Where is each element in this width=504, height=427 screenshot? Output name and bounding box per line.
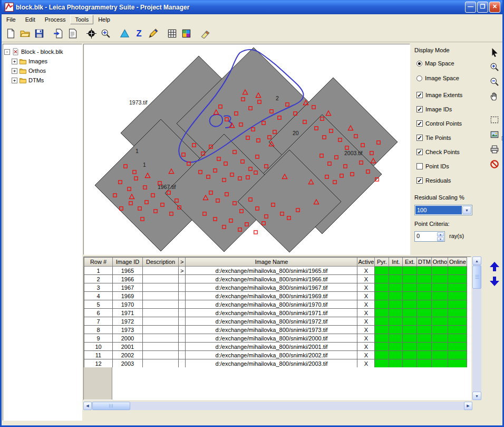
description-cell[interactable] <box>143 326 179 334</box>
image-name-cell[interactable]: d:/exchange/mihailovka_800/snimki/2000.t… <box>186 334 357 343</box>
column-header-int-[interactable]: Int. <box>389 258 403 267</box>
image-id-cell[interactable]: 1971 <box>113 309 143 317</box>
image-name-cell[interactable]: d:/exchange/mihailovka_800/snimki/1973.t… <box>186 326 357 334</box>
status-cell-online[interactable] <box>448 326 467 334</box>
description-cell[interactable] <box>143 267 179 275</box>
status-cell-ext[interactable] <box>403 351 417 359</box>
status-cell-ext[interactable] <box>403 283 417 292</box>
zoom-out-icon[interactable] <box>487 74 501 89</box>
status-cell-dtm[interactable] <box>417 334 432 343</box>
status-cell-dtm[interactable] <box>417 267 432 275</box>
minimize-button[interactable]: — <box>465 2 476 13</box>
image-name-cell[interactable]: d:/exchange/mihailovka_800/snimki/2002.t… <box>186 351 357 359</box>
zoom-in-icon[interactable] <box>487 60 501 74</box>
zoom-selection-icon[interactable] <box>99 26 113 41</box>
active-cell[interactable]: X <box>357 343 375 351</box>
menu-item-edit[interactable]: Edit <box>21 15 40 24</box>
dtm-grid-icon[interactable] <box>165 26 179 41</box>
row-number-cell[interactable]: 1 <box>84 267 113 275</box>
status-cell-online[interactable] <box>448 283 467 292</box>
status-cell-online[interactable] <box>448 275 467 283</box>
status-cell-ortho[interactable] <box>432 267 448 275</box>
checkbox[interactable]: ✓ <box>416 120 423 127</box>
block-map-canvas[interactable]: 1973.tif111967.tif2202003.tif <box>84 44 410 254</box>
map-view[interactable]: 1973.tif111967.tif2202003.tif <box>83 44 410 255</box>
checkbox-image-ids[interactable]: ✓Image IDs <box>416 106 452 113</box>
image-name-cell[interactable]: d:/exchange/mihailovka_800/snimki/1965.t… <box>186 267 357 275</box>
status-cell-ext[interactable] <box>403 300 417 309</box>
status-cell-dtm[interactable] <box>417 292 432 300</box>
column-header-marker[interactable]: > <box>179 258 186 267</box>
checkbox[interactable]: ✓ <box>416 135 423 141</box>
column-header-description[interactable]: Description <box>143 258 179 267</box>
active-cell[interactable]: X <box>357 359 375 368</box>
checkbox[interactable] <box>416 163 423 169</box>
status-cell-int[interactable] <box>389 317 403 326</box>
image-id-cell[interactable]: 2002 <box>113 351 143 359</box>
eraser-icon[interactable] <box>198 26 212 41</box>
image-id-cell[interactable]: 1972 <box>113 317 143 326</box>
row-number-cell[interactable]: 12 <box>84 359 113 368</box>
menu-item-process[interactable]: Process <box>40 15 71 24</box>
image-name-cell[interactable]: d:/exchange/mihailovka_800/snimki/1971.t… <box>186 309 357 317</box>
status-cell-dtm[interactable] <box>417 309 432 317</box>
description-cell[interactable] <box>143 283 179 292</box>
row-marker-cell[interactable] <box>179 351 186 359</box>
tree-root[interactable]: - Block - block.blk <box>4 47 81 56</box>
active-cell[interactable]: X <box>357 275 375 283</box>
disabled-icon[interactable] <box>487 157 501 171</box>
row-marker-cell[interactable] <box>179 275 186 283</box>
status-cell-ext[interactable] <box>403 267 417 275</box>
status-cell-dtm[interactable] <box>417 326 432 334</box>
status-cell-ortho[interactable] <box>432 292 448 300</box>
column-header-image-name[interactable]: Image Name <box>186 258 357 267</box>
row-number-cell[interactable]: 9 <box>84 334 113 343</box>
checkbox-tie-points[interactable]: ✓Tie Points□ <box>416 134 451 141</box>
status-cell-ext[interactable] <box>403 309 417 317</box>
column-header-row-[interactable]: Row # <box>84 258 113 267</box>
image-id-cell[interactable]: 1969 <box>113 292 143 300</box>
radio-image-space[interactable]: Image Space <box>416 74 459 82</box>
description-cell[interactable] <box>143 309 179 317</box>
image-chip-icon[interactable] <box>487 127 501 141</box>
menu-item-help[interactable]: Help <box>93 15 115 24</box>
column-header-ext-[interactable]: Ext. <box>403 258 417 267</box>
edit-pencil-icon[interactable] <box>146 26 160 41</box>
status-cell-int[interactable] <box>389 267 403 275</box>
row-number-cell[interactable]: 11 <box>84 351 113 359</box>
active-cell[interactable]: X <box>357 334 375 343</box>
scroll-right-icon[interactable]: ▶ <box>464 402 472 410</box>
new-document-icon[interactable] <box>4 26 18 41</box>
status-cell-pyr[interactable] <box>375 292 389 300</box>
status-cell-int[interactable] <box>389 343 403 351</box>
column-header-pyr-[interactable]: Pyr. <box>375 258 389 267</box>
active-cell[interactable]: X <box>357 267 375 275</box>
image-name-cell[interactable]: d:/exchange/mihailovka_800/snimki/1969.t… <box>186 292 357 300</box>
active-cell[interactable]: X <box>357 351 375 359</box>
image-id-cell[interactable]: 2001 <box>113 343 143 351</box>
row-marker-cell[interactable]: > <box>179 267 186 275</box>
mosaic-icon[interactable] <box>179 26 193 41</box>
checkbox-point-ids[interactable]: Point IDs <box>416 163 449 170</box>
status-cell-ortho[interactable] <box>432 309 448 317</box>
status-cell-online[interactable] <box>448 343 467 351</box>
image-id-cell[interactable]: 1970 <box>113 300 143 309</box>
expand-icon[interactable]: + <box>12 68 17 74</box>
row-marker-cell[interactable] <box>179 326 186 334</box>
status-cell-online[interactable] <box>448 309 467 317</box>
status-cell-online[interactable] <box>448 334 467 343</box>
description-cell[interactable] <box>143 317 179 326</box>
chevron-down-icon[interactable]: ▼ <box>462 206 471 214</box>
checkbox-control-points[interactable]: ✓Control Points△ <box>416 120 462 127</box>
column-header-dtm[interactable]: DTM <box>417 258 432 267</box>
row-marker-cell[interactable] <box>179 292 186 300</box>
status-cell-online[interactable] <box>448 300 467 309</box>
description-cell[interactable] <box>143 300 179 309</box>
select-box-icon[interactable] <box>487 112 501 127</box>
row-number-cell[interactable]: 4 <box>84 292 113 300</box>
save-icon[interactable] <box>32 26 46 41</box>
table-vertical-scrollbar[interactable]: ▲ ▼ <box>472 257 481 400</box>
checkbox[interactable]: ✓ <box>416 177 423 184</box>
spin-down-icon[interactable]: ▼ <box>437 237 444 241</box>
active-cell[interactable]: X <box>357 292 375 300</box>
